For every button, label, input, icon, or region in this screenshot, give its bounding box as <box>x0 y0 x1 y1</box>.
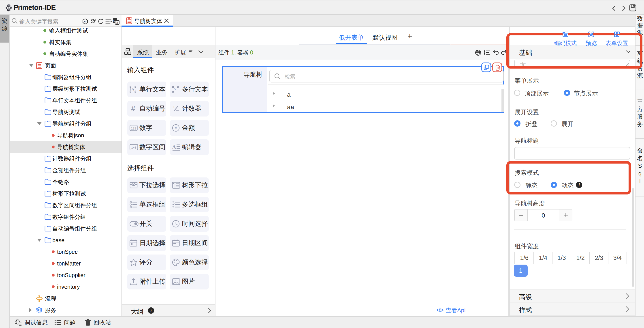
svg-text:#: # <box>131 105 135 112</box>
svg-text:A: A <box>172 144 176 150</box>
svg-text:文: 文 <box>116 21 118 24</box>
svg-text:A: A <box>131 87 135 92</box>
svg-text:+: + <box>173 105 175 109</box>
svg-text:AI: AI <box>84 20 86 23</box>
svg-text:¥: ¥ <box>174 126 177 130</box>
svg-text:A: A <box>174 87 176 91</box>
svg-text:1~3: 1~3 <box>131 146 136 149</box>
svg-text:123: 123 <box>131 127 136 130</box>
